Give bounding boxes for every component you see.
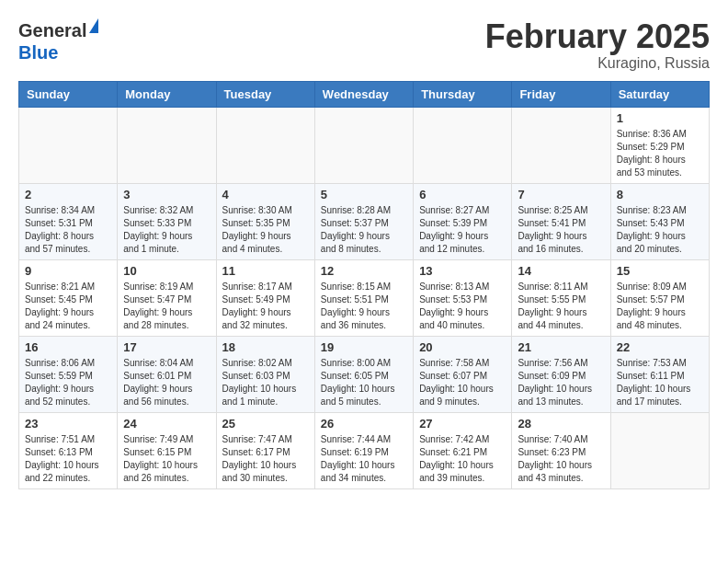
calendar-cell: 3Sunrise: 8:32 AM Sunset: 5:33 PM Daylig…: [118, 183, 216, 259]
month-year-title: February 2025: [485, 18, 710, 55]
calendar-header-wednesday: Wednesday: [314, 81, 413, 107]
day-number: 28: [518, 417, 604, 431]
day-info: Sunrise: 8:34 AM Sunset: 5:31 PM Dayligh…: [25, 204, 111, 256]
calendar-title: February 2025 Kuragino, Russia: [485, 18, 710, 72]
calendar-cell: 28Sunrise: 7:40 AM Sunset: 6:23 PM Dayli…: [512, 412, 610, 488]
calendar-cell: 11Sunrise: 8:17 AM Sunset: 5:49 PM Dayli…: [216, 259, 314, 336]
day-number: 26: [321, 417, 407, 431]
day-info: Sunrise: 8:06 AM Sunset: 5:59 PM Dayligh…: [25, 357, 111, 408]
day-number: 10: [123, 264, 210, 278]
calendar-header-monday: Monday: [118, 81, 216, 107]
day-info: Sunrise: 8:23 AM Sunset: 5:43 PM Dayligh…: [617, 204, 703, 256]
calendar-header-sunday: Sunday: [19, 81, 118, 107]
calendar-cell: 21Sunrise: 7:56 AM Sunset: 6:09 PM Dayli…: [512, 336, 610, 412]
day-info: Sunrise: 8:11 AM Sunset: 5:55 PM Dayligh…: [518, 281, 604, 332]
calendar-week-2: 2Sunrise: 8:34 AM Sunset: 5:31 PM Daylig…: [19, 183, 710, 259]
calendar-cell: [216, 107, 314, 183]
calendar-cell: 4Sunrise: 8:30 AM Sunset: 5:35 PM Daylig…: [216, 183, 314, 259]
day-info: Sunrise: 8:17 AM Sunset: 5:49 PM Dayligh…: [222, 281, 309, 332]
calendar-cell: [414, 107, 512, 183]
calendar-cell: 22Sunrise: 7:53 AM Sunset: 6:11 PM Dayli…: [610, 336, 709, 412]
calendar-cell: 14Sunrise: 8:11 AM Sunset: 5:55 PM Dayli…: [512, 259, 610, 336]
day-number: 9: [25, 264, 111, 278]
day-number: 21: [518, 340, 604, 354]
day-info: Sunrise: 7:49 AM Sunset: 6:15 PM Dayligh…: [123, 433, 210, 485]
calendar-cell: 10Sunrise: 8:19 AM Sunset: 5:47 PM Dayli…: [118, 259, 216, 336]
calendar-cell: [610, 412, 709, 488]
day-info: Sunrise: 7:56 AM Sunset: 6:09 PM Dayligh…: [518, 357, 604, 408]
day-number: 22: [617, 340, 703, 354]
calendar-cell: 27Sunrise: 7:42 AM Sunset: 6:21 PM Dayli…: [414, 412, 512, 488]
calendar-week-1: 1Sunrise: 8:36 AM Sunset: 5:29 PM Daylig…: [19, 107, 710, 183]
calendar-header-friday: Friday: [512, 81, 610, 107]
day-number: 25: [222, 417, 309, 431]
day-number: 15: [617, 264, 703, 278]
calendar-week-3: 9Sunrise: 8:21 AM Sunset: 5:45 PM Daylig…: [19, 259, 710, 336]
calendar-cell: 18Sunrise: 8:02 AM Sunset: 6:03 PM Dayli…: [216, 336, 314, 412]
calendar-cell: 17Sunrise: 8:04 AM Sunset: 6:01 PM Dayli…: [118, 336, 216, 412]
day-info: Sunrise: 7:58 AM Sunset: 6:07 PM Dayligh…: [419, 357, 506, 408]
calendar-cell: 15Sunrise: 8:09 AM Sunset: 5:57 PM Dayli…: [610, 259, 709, 336]
day-info: Sunrise: 8:36 AM Sunset: 5:29 PM Dayligh…: [617, 128, 703, 179]
day-info: Sunrise: 8:28 AM Sunset: 5:37 PM Dayligh…: [321, 204, 407, 256]
logo-icon: [89, 18, 98, 33]
day-number: 1: [617, 111, 703, 125]
day-number: 18: [222, 340, 309, 354]
calendar-cell: 6Sunrise: 8:27 AM Sunset: 5:39 PM Daylig…: [414, 183, 512, 259]
calendar-header-saturday: Saturday: [610, 81, 709, 107]
calendar-cell: [118, 107, 216, 183]
day-info: Sunrise: 8:00 AM Sunset: 6:05 PM Dayligh…: [321, 357, 407, 408]
calendar-cell: 2Sunrise: 8:34 AM Sunset: 5:31 PM Daylig…: [19, 183, 118, 259]
calendar-cell: 25Sunrise: 7:47 AM Sunset: 6:17 PM Dayli…: [216, 412, 314, 488]
day-info: Sunrise: 7:47 AM Sunset: 6:17 PM Dayligh…: [222, 433, 309, 485]
day-number: 16: [25, 340, 111, 354]
day-info: Sunrise: 8:13 AM Sunset: 5:53 PM Dayligh…: [419, 281, 506, 332]
day-info: Sunrise: 7:51 AM Sunset: 6:13 PM Dayligh…: [25, 433, 111, 485]
day-number: 24: [123, 417, 210, 431]
logo-general-text: General: [18, 20, 86, 40]
calendar-cell: 5Sunrise: 8:28 AM Sunset: 5:37 PM Daylig…: [314, 183, 413, 259]
day-info: Sunrise: 7:53 AM Sunset: 6:11 PM Dayligh…: [617, 357, 703, 408]
day-number: 8: [617, 188, 703, 201]
calendar-cell: 13Sunrise: 8:13 AM Sunset: 5:53 PM Dayli…: [414, 259, 512, 336]
day-info: Sunrise: 8:04 AM Sunset: 6:01 PM Dayligh…: [123, 357, 210, 408]
calendar-cell: 16Sunrise: 8:06 AM Sunset: 5:59 PM Dayli…: [19, 336, 118, 412]
day-info: Sunrise: 7:40 AM Sunset: 6:23 PM Dayligh…: [518, 433, 604, 485]
day-info: Sunrise: 8:09 AM Sunset: 5:57 PM Dayligh…: [617, 281, 703, 332]
logo: General Blue: [18, 18, 98, 63]
calendar-cell: 24Sunrise: 7:49 AM Sunset: 6:15 PM Dayli…: [118, 412, 216, 488]
day-number: 7: [518, 188, 604, 201]
calendar-cell: 19Sunrise: 8:00 AM Sunset: 6:05 PM Dayli…: [314, 336, 413, 412]
day-number: 3: [123, 188, 210, 201]
calendar-cell: [314, 107, 413, 183]
calendar-week-4: 16Sunrise: 8:06 AM Sunset: 5:59 PM Dayli…: [19, 336, 710, 412]
day-number: 12: [321, 264, 407, 278]
day-number: 5: [321, 188, 407, 201]
calendar-cell: 26Sunrise: 7:44 AM Sunset: 6:19 PM Dayli…: [314, 412, 413, 488]
day-info: Sunrise: 8:32 AM Sunset: 5:33 PM Dayligh…: [123, 204, 210, 256]
day-number: 20: [419, 340, 506, 354]
day-info: Sunrise: 8:15 AM Sunset: 5:51 PM Dayligh…: [321, 281, 407, 332]
day-info: Sunrise: 8:30 AM Sunset: 5:35 PM Dayligh…: [222, 204, 309, 256]
day-number: 23: [25, 417, 111, 431]
calendar-cell: 1Sunrise: 8:36 AM Sunset: 5:29 PM Daylig…: [610, 107, 709, 183]
calendar-cell: 8Sunrise: 8:23 AM Sunset: 5:43 PM Daylig…: [610, 183, 709, 259]
day-number: 14: [518, 264, 604, 278]
calendar-cell: 7Sunrise: 8:25 AM Sunset: 5:41 PM Daylig…: [512, 183, 610, 259]
calendar-cell: [512, 107, 610, 183]
calendar-header-tuesday: Tuesday: [216, 81, 314, 107]
calendar-week-5: 23Sunrise: 7:51 AM Sunset: 6:13 PM Dayli…: [19, 412, 710, 488]
day-number: 11: [222, 264, 309, 278]
calendar-cell: 12Sunrise: 8:15 AM Sunset: 5:51 PM Dayli…: [314, 259, 413, 336]
calendar-cell: [19, 107, 118, 183]
day-number: 27: [419, 417, 506, 431]
calendar-cell: 23Sunrise: 7:51 AM Sunset: 6:13 PM Dayli…: [19, 412, 118, 488]
day-info: Sunrise: 8:21 AM Sunset: 5:45 PM Dayligh…: [25, 281, 111, 332]
calendar-cell: 9Sunrise: 8:21 AM Sunset: 5:45 PM Daylig…: [19, 259, 118, 336]
day-number: 13: [419, 264, 506, 278]
location-subtitle: Kuragino, Russia: [485, 55, 710, 72]
day-number: 19: [321, 340, 407, 354]
calendar-header-thursday: Thursday: [414, 81, 512, 107]
day-info: Sunrise: 8:27 AM Sunset: 5:39 PM Dayligh…: [419, 204, 506, 256]
day-info: Sunrise: 7:44 AM Sunset: 6:19 PM Dayligh…: [321, 433, 407, 485]
